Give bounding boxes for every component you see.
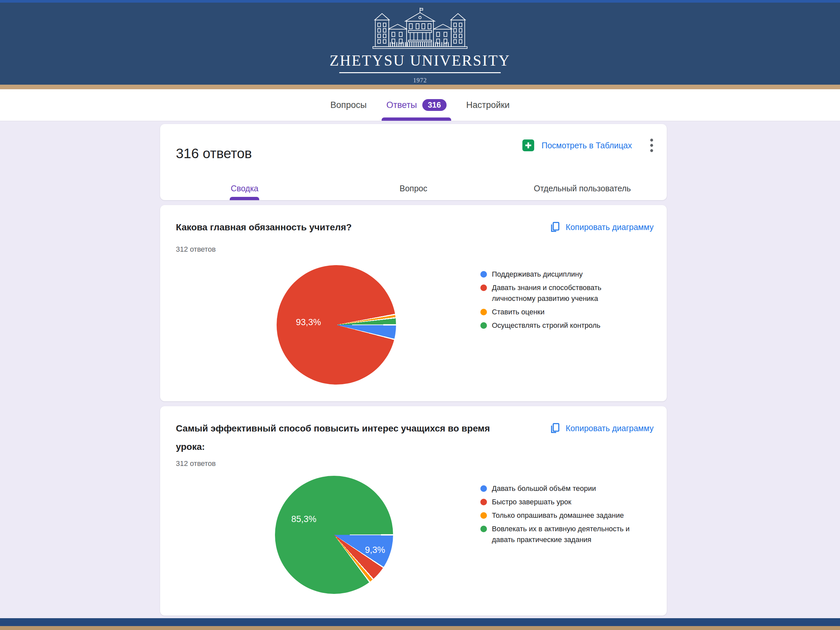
legend-label: Давать знания и способствовать личностно… (492, 282, 635, 304)
legend-item: Давать знания и способствовать личностно… (480, 282, 635, 304)
legend-item: Только опрашивать домашнее задание (480, 510, 635, 521)
form-nav-tabs: Вопросы Ответы 316 Настройки (0, 89, 840, 121)
copy-chart-button-2[interactable]: Копировать диаграмму (549, 423, 654, 434)
question-card-2: Самый эффективный способ повысить интере… (160, 406, 667, 616)
legend-label: Поддерживать дисциплину (492, 269, 583, 279)
tab-settings[interactable]: Настройки (464, 89, 512, 121)
tab-responses-label: Ответы (386, 100, 417, 110)
legend-label: Только опрашивать домашнее задание (492, 510, 624, 521)
pie-1-percent-label: 93,3% (296, 317, 321, 327)
legend-item: Поддерживать дисциплину (480, 269, 635, 279)
legend-dot-green (480, 322, 487, 329)
copy-icon (549, 423, 561, 434)
tab-questions-label: Вопросы (330, 100, 367, 110)
tab-settings-label: Настройки (466, 100, 510, 110)
legend-label: Давать большой объём теории (492, 483, 596, 494)
more-options-button[interactable] (650, 138, 654, 153)
question-1-response-count: 312 ответов (176, 245, 216, 254)
university-year: 1972 (413, 77, 427, 84)
legend-dot-orange (480, 309, 487, 315)
copy-chart-label-2: Копировать диаграмму (566, 424, 654, 433)
responses-total-title: 316 ответов (176, 146, 252, 161)
subtab-summary[interactable]: Сводка (160, 177, 329, 200)
question-2-title: Самый эффективный способ повысить интере… (176, 419, 491, 456)
legend-label: Осуществлять строгий контроль (492, 320, 600, 331)
legend-label: Вовлекать их в активную деятельность и д… (492, 523, 635, 545)
google-forms-responses-page: ZHETYSU UNIVERSITY 1972 Вопросы Ответы 3… (0, 0, 840, 630)
footer-navy-strip (0, 618, 840, 626)
tan-strip (0, 85, 840, 89)
legend-item: Ставить оценки (480, 306, 635, 317)
kebab-menu-icon (650, 138, 654, 153)
responses-summary-card: 316 ответов Посмотреть в Таблицах Сводка… (160, 124, 667, 200)
top-blue-strip (0, 0, 840, 3)
legend-item: Быстро завершать урок (480, 496, 635, 507)
summary-actions: Посмотреть в Таблицах (523, 138, 654, 153)
summary-subtabs: Сводка Вопрос Отдельный пользователь (160, 177, 667, 200)
subtab-summary-label: Сводка (231, 184, 258, 193)
question-1-title: Какова главная обязанность учителя? (176, 218, 352, 237)
legend-dot-green (480, 526, 487, 532)
question-2-header: Самый эффективный способ повысить интере… (176, 419, 654, 456)
legend-dot-blue (480, 271, 487, 278)
copy-icon (549, 221, 561, 233)
university-building-logo (366, 6, 474, 52)
question-1-header: Какова главная обязанность учителя? Копи… (176, 218, 654, 237)
subtab-question-label: Вопрос (399, 184, 427, 193)
university-name: ZHETYSU UNIVERSITY (330, 52, 510, 69)
pie-chart-1: 93,3% (276, 265, 396, 385)
footer-tan-strip (0, 626, 840, 630)
legend-item: Осуществлять строгий контроль (480, 320, 635, 331)
legend-dot-blue (480, 485, 487, 492)
copy-chart-button-1[interactable]: Копировать диаграмму (549, 221, 654, 233)
subtab-individual-label: Отдельный пользователь (534, 184, 631, 193)
legend-item: Вовлекать их в активную деятельность и д… (480, 523, 635, 545)
question-2-response-count: 312 ответов (176, 459, 216, 468)
question-card-1: Какова главная обязанность учителя? Копи… (160, 205, 667, 401)
legend-label: Ставить оценки (492, 306, 544, 317)
copy-chart-label-1: Копировать диаграмму (566, 223, 654, 232)
legend-dot-red (480, 499, 487, 505)
legend-dot-red (480, 284, 487, 291)
legend-item: Давать большой объём теории (480, 483, 635, 494)
view-in-sheets-link[interactable]: Посмотреть в Таблицах (542, 141, 632, 150)
responses-count-badge: 316 (422, 99, 447, 111)
tab-questions[interactable]: Вопросы (328, 89, 369, 121)
tab-responses[interactable]: Ответы 316 (384, 89, 448, 121)
pie-2-legend: Давать большой объём теории Быстро завер… (480, 483, 635, 548)
university-banner: ZHETYSU UNIVERSITY 1972 (0, 3, 840, 85)
pie-2-percent-label-green: 85,3% (291, 514, 317, 524)
pie-1-legend: Поддерживать дисциплину Давать знания и … (480, 269, 635, 333)
subtab-question[interactable]: Вопрос (329, 177, 498, 200)
legend-dot-orange (480, 512, 487, 519)
subtab-individual[interactable]: Отдельный пользователь (498, 177, 667, 200)
logo-divider-line (339, 72, 501, 73)
google-sheets-icon (523, 139, 534, 151)
pie-chart-2: 85,3% 9,3% (275, 476, 393, 594)
pie-2-percent-label-blue: 9,3% (365, 545, 385, 555)
legend-label: Быстро завершать урок (492, 496, 571, 507)
